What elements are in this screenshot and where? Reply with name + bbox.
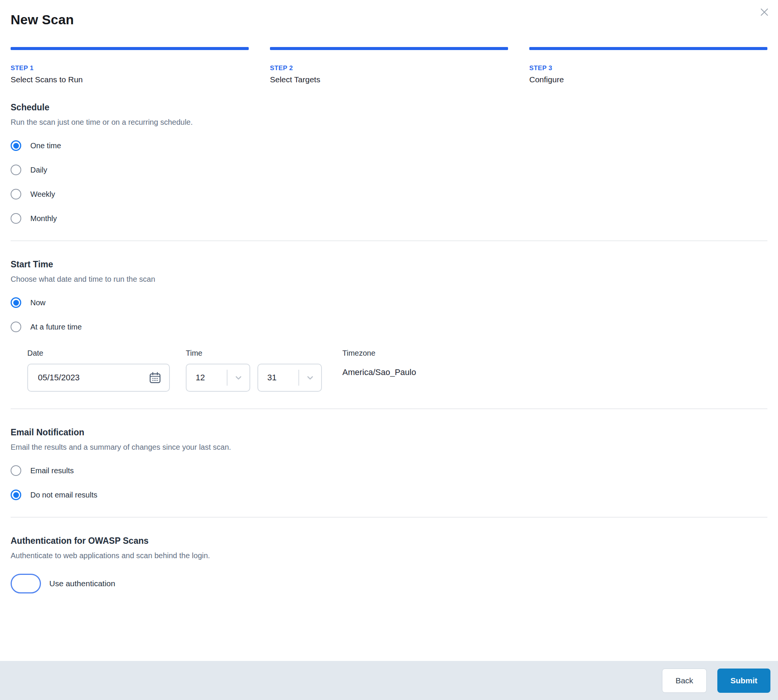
chevron-down-icon: [305, 373, 315, 383]
calendar-icon: [148, 371, 162, 384]
email-notification-heading: Email Notification: [11, 427, 767, 438]
radio-future-time: [11, 322, 21, 332]
schedule-description: Run the scan just one time or on a recur…: [11, 118, 767, 127]
new-scan-dialog: New Scan STEP 1 Select Scans to Run STEP…: [0, 0, 778, 661]
dialog-footer: Back Submit: [0, 661, 778, 700]
time-label: Time: [186, 349, 322, 358]
use-authentication-toggle-row[interactable]: Use authentication: [11, 574, 115, 593]
timezone-group: Timezone America/Sao_Paulo: [342, 349, 416, 377]
email-notification-description: Email the results and a summary of chang…: [11, 443, 767, 452]
schedule-option-weekly[interactable]: Weekly: [11, 189, 55, 200]
start-time-option-now[interactable]: Now: [11, 297, 45, 308]
radio-monthly: [11, 213, 21, 224]
radio-weekly-label: Weekly: [30, 190, 55, 199]
authentication-heading: Authentication for OWASP Scans: [11, 536, 767, 546]
divider: [11, 408, 767, 409]
chevron-down-icon: [233, 373, 243, 383]
radio-email-results: [11, 465, 21, 476]
schedule-heading: Schedule: [11, 102, 767, 113]
radio-now-label: Now: [30, 298, 45, 307]
close-button[interactable]: [756, 4, 773, 20]
authentication-section: Authentication for OWASP Scans Authentic…: [11, 536, 767, 593]
radio-weekly: [11, 189, 21, 200]
minute-select[interactable]: 31: [257, 363, 322, 392]
submit-button[interactable]: Submit: [717, 668, 770, 693]
toggle-knob: [0, 570, 12, 582]
step-2[interactable]: STEP 2 Select Targets: [270, 47, 508, 84]
email-results-option[interactable]: Email results: [11, 465, 73, 476]
date-input[interactable]: 05/15/2023: [27, 363, 170, 392]
start-time-heading: Start Time: [11, 259, 767, 270]
select-divider: [298, 370, 299, 386]
date-label: Date: [27, 349, 170, 358]
schedule-section: Schedule Run the scan just one time or o…: [11, 102, 767, 224]
hour-select[interactable]: 12: [186, 363, 250, 392]
step-3-progress-bar: [529, 47, 767, 50]
start-time-option-future[interactable]: At a future time: [11, 322, 82, 332]
email-notification-section: Email Notification Email the results and…: [11, 427, 767, 500]
start-time-section: Start Time Choose what date and time to …: [11, 259, 767, 392]
calendar-picker-button[interactable]: [148, 371, 162, 384]
minute-value: 31: [267, 373, 277, 383]
step-2-progress-bar: [270, 47, 508, 50]
schedule-option-daily[interactable]: Daily: [11, 165, 47, 175]
radio-now: [11, 297, 21, 308]
select-divider: [227, 370, 228, 386]
schedule-option-one-time[interactable]: One time: [11, 140, 61, 151]
hour-value: 12: [196, 373, 205, 383]
close-icon: [759, 7, 770, 17]
step-1-label: STEP 1: [11, 65, 249, 72]
date-value: 05/15/2023: [38, 373, 148, 383]
use-authentication-toggle[interactable]: [11, 574, 41, 593]
radio-daily-label: Daily: [30, 166, 47, 175]
do-not-email-results-option[interactable]: Do not email results: [11, 490, 97, 500]
page-title: New Scan: [11, 12, 767, 27]
divider: [11, 240, 767, 241]
radio-do-not-email: [11, 490, 21, 500]
step-3[interactable]: STEP 3 Configure: [529, 47, 767, 84]
divider: [11, 517, 767, 518]
radio-one-time: [11, 140, 21, 151]
radio-future-time-label: At a future time: [30, 323, 82, 332]
radio-do-not-email-label: Do not email results: [30, 491, 97, 499]
timezone-value: America/Sao_Paulo: [342, 367, 416, 377]
use-authentication-label: Use authentication: [49, 579, 115, 588]
radio-monthly-label: Monthly: [30, 214, 57, 223]
date-group: Date 05/15/2023: [27, 349, 170, 392]
timezone-label: Timezone: [342, 349, 416, 358]
step-1[interactable]: STEP 1 Select Scans to Run: [11, 47, 249, 84]
time-group: Time 12 31: [186, 349, 322, 392]
step-indicator: STEP 1 Select Scans to Run STEP 2 Select…: [11, 47, 767, 84]
authentication-description: Authenticate to web applications and sca…: [11, 552, 767, 560]
schedule-option-monthly[interactable]: Monthly: [11, 213, 57, 224]
radio-email-results-label: Email results: [30, 467, 73, 475]
start-time-description: Choose what date and time to run the sca…: [11, 275, 767, 283]
step-1-progress-bar: [11, 47, 249, 50]
radio-daily: [11, 165, 21, 175]
step-2-label: STEP 2: [270, 65, 508, 72]
step-1-title: Select Scans to Run: [11, 75, 249, 84]
future-time-fields: Date 05/15/2023: [27, 349, 767, 392]
back-button[interactable]: Back: [662, 668, 707, 693]
step-3-title: Configure: [529, 75, 767, 84]
step-3-label: STEP 3: [529, 65, 767, 72]
radio-one-time-label: One time: [30, 142, 61, 150]
step-2-title: Select Targets: [270, 75, 508, 84]
